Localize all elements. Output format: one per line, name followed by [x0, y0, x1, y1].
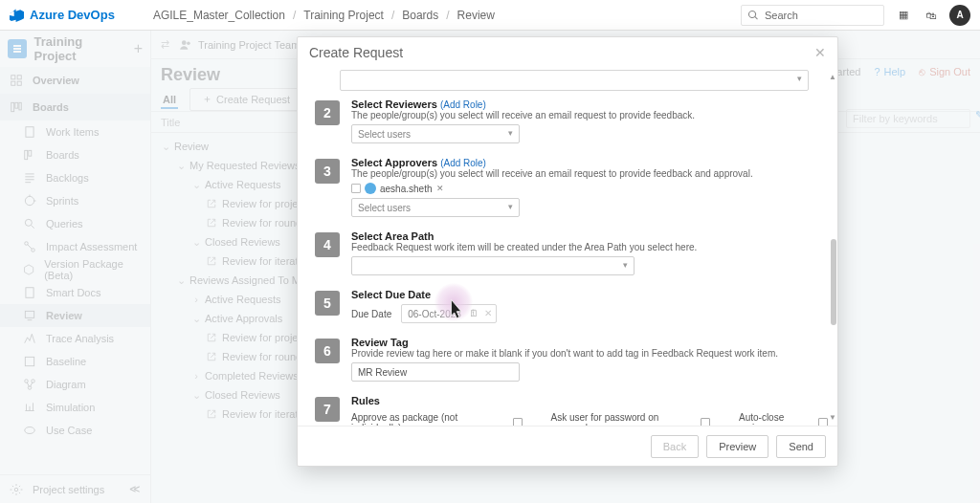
- btn-label: Send: [789, 441, 813, 452]
- btn-label: Create Request: [216, 94, 290, 105]
- checkbox-icon[interactable]: [513, 418, 523, 426]
- tree-label: Closed Reviews: [205, 236, 280, 248]
- checkbox-icon[interactable]: [701, 418, 710, 426]
- help-action[interactable]: ? Help: [874, 66, 905, 77]
- rule-label: Approve as package (not individually): [351, 412, 507, 426]
- nav-boards-sub[interactable]: Boards: [0, 143, 150, 166]
- nav-version[interactable]: Version Package (Beta): [0, 258, 150, 281]
- scroll-down-icon[interactable]: ▼: [828, 412, 837, 422]
- step-approvers: 3 Select Approvers (Add Role) The people…: [315, 157, 828, 217]
- filter-zap-icon[interactable]: ✎: [975, 109, 980, 121]
- rule-approve-package[interactable]: Approve as package (not individually): [351, 412, 523, 426]
- scroll-thumb[interactable]: [831, 239, 836, 325]
- project-header[interactable]: Training Project +: [0, 31, 150, 67]
- nav-work-items[interactable]: Work Items: [0, 120, 150, 143]
- step-heading: Select Due Date: [351, 289, 828, 300]
- add-role-link[interactable]: (Add Role): [440, 158, 486, 168]
- breadcrumb-item[interactable]: Review: [457, 9, 495, 22]
- nav-diagram[interactable]: Diagram: [0, 373, 150, 396]
- grid-icon[interactable]: ▦: [896, 8, 911, 23]
- nav-trace[interactable]: Trace Analysis: [0, 327, 150, 350]
- trace-icon: [23, 332, 36, 345]
- filter-input[interactable]: Filter by keywords: [846, 109, 970, 128]
- rule-autoclose[interactable]: Auto-close review: [739, 412, 828, 426]
- step-reviewtag: 6 Review Tag Provide review tag here or …: [315, 337, 828, 382]
- svg-point-18: [32, 380, 35, 383]
- create-request-button[interactable]: ＋ Create Request: [189, 88, 302, 111]
- collapse-icon[interactable]: ≪: [129, 483, 141, 495]
- project-settings[interactable]: Project settings ≪: [0, 474, 150, 503]
- approvers-select[interactable]: Select users: [351, 198, 520, 217]
- checkbox-icon[interactable]: [351, 184, 361, 193]
- svg-rect-5: [15, 102, 18, 108]
- send-button[interactable]: Send: [776, 435, 826, 458]
- svg-rect-7: [26, 127, 33, 138]
- svg-point-20: [25, 427, 35, 434]
- tree-label: Reviews Assigned To Me: [189, 274, 306, 286]
- nav-overview[interactable]: Overview: [0, 67, 150, 94]
- diagram-icon: [23, 378, 36, 391]
- rule-password[interactable]: Ask user for password on approval: [551, 412, 711, 426]
- nav-label: Review: [46, 310, 82, 321]
- settings-label: Project settings: [33, 484, 104, 495]
- project-icon: [8, 39, 27, 58]
- step-heading: Review Tag: [351, 337, 828, 348]
- impact-icon: [23, 240, 36, 253]
- reviewtag-input[interactable]: MR Review: [351, 362, 520, 382]
- user-chip[interactable]: aesha.sheth ✕: [351, 183, 444, 194]
- step-desc: Provide review tag here or make it blank…: [351, 348, 828, 359]
- step-areapath: 4 Select Area Path Feedback Request work…: [315, 230, 828, 275]
- global-header: Azure DevOps AGILE_Master_Collection/ Tr…: [0, 0, 980, 31]
- back-button[interactable]: Back: [651, 435, 699, 458]
- step-desc: The people/group(s) you select will rece…: [351, 110, 828, 120]
- nav-simulation[interactable]: Simulation: [0, 396, 150, 419]
- add-role-link[interactable]: (Add Role): [440, 99, 486, 110]
- breadcrumb-item[interactable]: AGILE_Master_Collection: [153, 9, 285, 22]
- create-request-dialog: Create Request ✕ 2 Select Reviewers (Add…: [297, 36, 838, 467]
- calendar-icon[interactable]: 🗓: [469, 308, 479, 318]
- search-input[interactable]: Search: [741, 5, 884, 26]
- clear-icon[interactable]: ✕: [484, 308, 492, 318]
- reviewers-select[interactable]: Select users: [351, 124, 520, 143]
- nav-usecase[interactable]: Use Case: [0, 419, 150, 442]
- svg-point-22: [182, 40, 187, 45]
- team-picker[interactable]: Training Project Team ⌄: [179, 38, 313, 52]
- scrollbar[interactable]: ▲ ▼: [828, 72, 837, 422]
- signout-action[interactable]: ⎋ Sign Out: [919, 66, 970, 77]
- avatar[interactable]: A: [949, 5, 970, 26]
- nav-boards[interactable]: Boards: [0, 94, 150, 120]
- nav-review[interactable]: Review: [0, 304, 150, 327]
- nav-impact[interactable]: Impact Assessment: [0, 235, 150, 258]
- nav-smartdocs[interactable]: Smart Docs: [0, 281, 150, 304]
- breadcrumb-item[interactable]: Training Project: [303, 9, 384, 22]
- open-icon: [207, 218, 216, 228]
- tab-all[interactable]: All: [161, 91, 178, 108]
- request-name-select[interactable]: [340, 70, 809, 91]
- add-project-button[interactable]: +: [134, 40, 143, 57]
- svg-rect-1: [17, 76, 21, 79]
- remove-chip-icon[interactable]: ✕: [436, 184, 444, 193]
- scroll-up-icon[interactable]: ▲: [828, 72, 837, 81]
- nav-label: Simulation: [46, 402, 95, 413]
- duedate-input[interactable]: 06-Oct-2023 🗓 ✕: [401, 304, 497, 323]
- brand-label: Azure DevOps: [30, 8, 115, 22]
- tree-label: Completed Reviews: [205, 370, 299, 382]
- nav-sprints[interactable]: Sprints: [0, 189, 150, 212]
- nav-label: Overview: [33, 75, 79, 86]
- nav-label: Smart Docs: [46, 287, 100, 298]
- breadcrumb-item[interactable]: Boards: [402, 9, 438, 22]
- step-heading: Select Reviewers: [351, 98, 437, 110]
- nav-backlogs[interactable]: Backlogs: [0, 166, 150, 189]
- close-icon[interactable]: ✕: [814, 45, 826, 60]
- step-badge: 7: [315, 397, 340, 422]
- search-placeholder: Search: [765, 10, 798, 21]
- brand-logo[interactable]: Azure DevOps: [10, 8, 115, 22]
- preview-button[interactable]: Preview: [706, 435, 768, 458]
- svg-rect-8: [25, 150, 28, 159]
- board-icon: [23, 148, 36, 162]
- areapath-select[interactable]: [351, 256, 635, 275]
- bag-icon[interactable]: 🛍: [923, 8, 938, 23]
- nav-baseline[interactable]: Baseline: [0, 350, 150, 373]
- nav-queries[interactable]: Queries: [0, 212, 150, 235]
- checkbox-icon[interactable]: [818, 418, 828, 426]
